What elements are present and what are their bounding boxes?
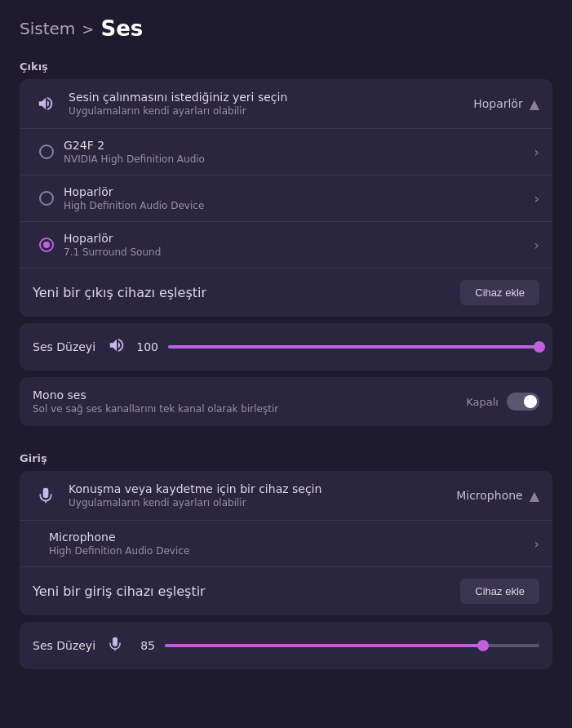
input-device-content-0: Microphone High Definition Audio Device [49,530,534,557]
input-volume-fill [165,644,483,647]
output-volume-track [168,345,539,348]
output-select-subtitle: Uygulamaların kendi ayarları olabilir [69,105,473,117]
breadcrumb: Sistem > Ses [20,16,552,41]
output-add-text: Yeni bir çıkış cihazı eşleştir [33,285,206,300]
output-chevron-icon[interactable]: ▲ [530,96,539,112]
output-device-radio-0[interactable] [39,144,54,159]
input-volume-label: Ses Düzeyi [33,639,98,652]
output-add-label: Yeni bir çıkış cihazı eşleştir [33,285,460,300]
output-device-chevron-0: › [534,144,539,160]
input-volume-track [165,644,539,647]
breadcrumb-separator: > [82,20,94,38]
mono-title: Mono ses [33,388,466,402]
spacer-1 [20,433,552,446]
input-microphone-icon [108,635,122,656]
output-device-radio-1[interactable] [39,191,54,206]
output-select-row[interactable]: Sesin çalınmasını istediğiniz yeri seçin… [20,79,552,129]
output-device-row-0[interactable]: G24F 2 NVIDIA High Definition Audio › [20,129,552,175]
input-card: Konuşma veya kaydetme için bir cihaz seç… [20,471,552,615]
output-device-driver-2: 7.1 Surround Sound [64,246,534,258]
input-add-text: Yeni bir giriş cihazı eşleştir [33,584,206,599]
mono-toggle-label: Kapalı [466,396,499,408]
output-volume-thumb[interactable] [534,341,545,353]
output-device-driver-1: High Definition Audio Device [64,200,534,211]
input-add-label: Yeni bir giriş cihazı eşleştir [33,584,460,599]
input-select-right: Microphone ▲ [456,488,539,504]
mono-card: Mono ses Sol ve sağ ses kanallarını tek … [20,377,552,426]
output-device-name-0: G24F 2 [64,139,534,152]
speaker-icon [33,91,59,117]
mono-toggle-knob [524,395,537,408]
output-volume-icon [108,336,126,357]
output-device-chevron-2: › [534,237,539,253]
output-volume-fill [168,345,539,348]
input-add-row: Yeni bir giriş cihazı eşleştir Cihaz ekl… [20,567,552,615]
output-volume-slider[interactable] [168,345,539,348]
input-select-title: Konuşma veya kaydetme için bir cihaz seç… [69,482,456,495]
input-volume-slider[interactable] [165,644,539,647]
input-volume-number: 85 [132,639,155,652]
microphone-icon [33,482,59,508]
mono-subtitle: Sol ve sağ ses kanallarını tek kanal ola… [33,403,466,415]
input-add-button[interactable]: Cihaz ekle [460,579,539,604]
output-volume-label: Ses Düzeyi [33,340,98,353]
output-select-content: Sesin çalınmasını istediğiniz yeri seçin… [69,91,473,117]
output-device-name-2: Hoparlör [64,232,534,245]
output-card: Sesin çalınmasını istediğiniz yeri seçin… [20,79,552,317]
output-device-driver-0: NVIDIA High Definition Audio [64,153,534,165]
input-device-name-0: Microphone [49,530,534,544]
output-section-label: Çıkış [20,60,552,73]
input-selected-device: Microphone [456,489,523,502]
input-select-subtitle: Uygulamaların kendi ayarları olabilir [69,497,456,508]
output-device-row-1[interactable]: Hoparlör High Definition Audio Device › [20,175,552,222]
breadcrumb-parent[interactable]: Sistem [20,19,75,38]
output-add-row: Yeni bir çıkış cihazı eşleştir Cihaz ekl… [20,269,552,317]
breadcrumb-current: Ses [100,16,143,41]
output-device-content-0: G24F 2 NVIDIA High Definition Audio [64,139,534,165]
output-device-name-1: Hoparlör [64,185,534,198]
output-device-content-2: Hoparlör 7.1 Surround Sound [64,232,534,258]
output-selected-device: Hoparlör [473,97,523,110]
output-device-content-1: Hoparlör High Definition Audio Device [64,185,534,211]
output-device-row-2[interactable]: Hoparlör 7.1 Surround Sound › [20,222,552,269]
input-chevron-icon[interactable]: ▲ [530,488,539,504]
mono-toggle[interactable] [507,393,539,411]
input-volume-thumb[interactable] [477,640,489,651]
input-device-chevron-0: › [534,536,539,552]
output-select-right: Hoparlör ▲ [473,96,539,112]
output-select-title: Sesin çalınmasını istediğiniz yeri seçin [69,91,473,104]
output-device-chevron-1: › [534,191,539,206]
mono-content: Mono ses Sol ve sağ ses kanallarını tek … [33,388,466,415]
output-volume-card: Ses Düzeyi 100 [20,323,552,371]
output-device-radio-2[interactable] [39,237,54,252]
input-device-row-0[interactable]: Microphone High Definition Audio Device … [20,521,552,567]
output-volume-number: 100 [135,340,158,353]
input-select-row[interactable]: Konuşma veya kaydetme için bir cihaz seç… [20,471,552,521]
input-volume-card: Ses Düzeyi 85 [20,622,552,669]
output-add-button[interactable]: Cihaz ekle [460,280,539,305]
input-device-driver-0: High Definition Audio Device [49,545,534,557]
mono-right: Kapalı [466,393,539,411]
input-section-label: Giriş [20,452,552,464]
input-select-content: Konuşma veya kaydetme için bir cihaz seç… [69,482,456,508]
